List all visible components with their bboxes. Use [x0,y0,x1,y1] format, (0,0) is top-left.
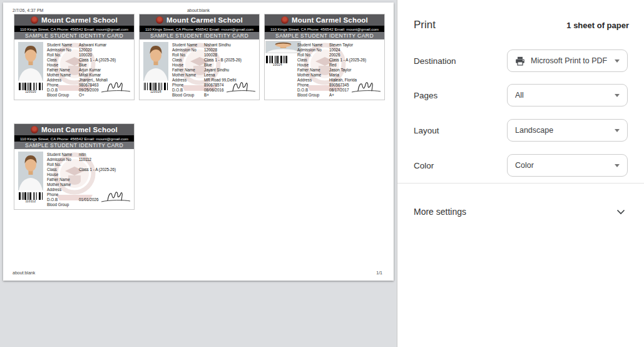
card-field-row: Student NameAshwani Kumar [47,43,133,48]
field-value [79,177,133,182]
field-value: 120028 [204,48,258,53]
color-dropdown[interactable]: Color [507,154,628,177]
field-label: Blood Group [297,93,329,98]
school-name: Mount Carmel School [41,126,118,133]
pages-dropdown[interactable]: All [507,84,628,106]
student-id-card: Mount Carmel School 110 Kings Street, CA… [14,123,135,210]
card-title: SAMPLE STUDENT IDENTITY CARD [140,32,259,39]
card-field-row: Roll No.100028 [172,53,258,58]
school-logo-icon [281,16,289,24]
card-field-row: Roll No.20026 [297,53,383,58]
signature [99,188,131,205]
field-label: Class [47,167,79,172]
school-logo-icon [31,16,38,24]
field-label: Roll No. [47,53,79,58]
destination-row: Destination Microsoft Print to PDF [414,49,628,72]
field-value: Class 1 - A (2025-26) [79,58,133,63]
signature [224,78,257,96]
print-settings-panel: Print 1 sheet of paper Destination Micro… [397,0,644,347]
field-label: D.O.B [172,88,204,93]
field-label: Class [47,58,79,63]
more-settings-label: More settings [414,207,466,217]
school-name: Mount Carmel School [41,16,118,24]
settings-divider [397,183,644,184]
student-photo [18,152,43,190]
field-label: Address [47,187,79,192]
settings-header: Print 1 sheet of paper [414,19,629,31]
field-label: Address [47,78,79,83]
chevron-down-icon [616,209,625,215]
student-id-card: Mount Carmel School 110 Kings Street, CA… [264,14,385,100]
field-value [79,162,133,167]
student-portrait-photo [18,42,43,81]
field-value: Class 1 - B (2025-26) [204,58,258,63]
print-footer-page-indicator: 1/1 [376,271,382,275]
card-field-row: ClassClass 1 - A (2025-26) [47,167,133,172]
field-value: 110112 [79,157,133,162]
card-header: Mount Carmel School [265,14,384,26]
field-value: nitin [79,152,133,157]
layout-dropdown[interactable]: Landscape [507,119,628,142]
field-label: House [47,172,79,177]
caret-down-icon [615,129,620,132]
field-value: Jayant Sindhu [204,68,258,73]
destination-dropdown[interactable]: Microsoft Print to PDF [507,49,628,72]
barcode-stripes [19,192,43,200]
field-label: Class [172,58,204,63]
field-label: Blood Group [47,202,79,207]
field-value: 120020 [79,48,133,53]
card-body: 120020 Student NameAshwani KumarAdmissio… [14,39,134,100]
card-body: 10024 Student NameSteven TaylorAdmission… [265,39,384,100]
card-field-row: HouseBlue [47,63,133,68]
student-photo [143,42,168,81]
field-label: House [297,63,329,68]
caret-down-icon [615,94,620,97]
field-value: 20026 [329,53,383,58]
barcode-stripes [266,56,289,63]
signature [349,78,382,96]
more-settings-button[interactable]: More settings [414,204,625,219]
card-field-row: Father NameJason Taylor [297,68,383,73]
card-field-row: ClassClass 1 - A (2025-26) [47,58,133,63]
card-field-row: Roll No. [47,162,133,167]
card-field-row: Student NameNishant Sindhu [172,43,258,48]
field-label: Phone [47,192,79,197]
page-sheet: 2/7/26, 4:37 PM about:blank Mount Carmel… [3,3,394,281]
card-title: SAMPLE STUDENT IDENTITY CARD [14,142,134,149]
destination-label: Destination [414,56,456,66]
card-field-row: Admission No120028 [172,48,258,53]
student-photo [265,41,301,53]
card-field-row: House [47,172,133,177]
card-field-row: Student Namenitin [47,152,133,157]
field-value: 10024 [329,48,383,53]
field-value: Mitali Kumar [79,73,133,78]
field-label: Admission No [47,48,79,53]
card-header: Mount Carmel School [14,14,134,26]
barcode: 10024 [265,55,290,66]
school-logo-icon [31,126,38,133]
field-label: D.O.B [297,88,329,93]
student-portrait-photo [266,41,300,53]
field-label: Blood Group [47,93,79,98]
field-value: Class 1 - A (2025-26) [329,58,383,63]
avatar-placeholder [266,53,300,53]
card-field-row: Mother Name [47,182,133,187]
field-label: Student Name [172,43,204,48]
student-photo [18,42,43,81]
field-value: Ashwani Kumar [79,43,133,48]
field-label: D.O.B [47,88,79,93]
field-label: Mother Name [172,73,204,78]
field-label: Roll No. [297,53,329,58]
field-value: Steven Taylor [329,43,383,48]
school-address: 110 Kings Street, CA Phone: 456542 Email… [265,26,384,32]
card-field-row: Mother NameLeena [172,73,258,78]
field-label: Father Name [47,68,79,73]
destination-value: Microsoft Print to PDF [531,56,607,65]
card-header: Mount Carmel School [14,124,134,135]
barcode-stripes [19,83,43,90]
field-label: Mother Name [47,182,79,187]
card-field-row: Roll No.100020 [47,53,133,58]
field-label: Class [297,58,329,63]
field-label: Phone [297,83,329,88]
card-field-row: Student NameSteven Taylor [297,43,383,48]
